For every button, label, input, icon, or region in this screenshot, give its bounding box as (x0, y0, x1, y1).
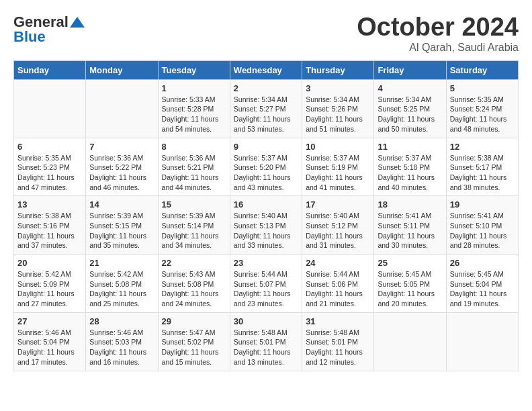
calendar-cell: 31Sunrise: 5:48 AM Sunset: 5:01 PM Dayli… (302, 312, 374, 371)
day-number: 30 (234, 316, 298, 326)
calendar-cell: 24Sunrise: 5:44 AM Sunset: 5:06 PM Dayli… (302, 255, 374, 313)
week-row-1: 1Sunrise: 5:33 AM Sunset: 5:28 PM Daylig… (14, 79, 519, 138)
day-number: 23 (234, 258, 298, 268)
day-info: Sunrise: 5:36 AM Sunset: 5:22 PM Dayligh… (89, 153, 154, 193)
day-number: 16 (234, 199, 298, 210)
calendar-cell (374, 312, 446, 371)
day-info: Sunrise: 5:38 AM Sunset: 5:17 PM Dayligh… (450, 153, 515, 193)
calendar-table: SundayMondayTuesdayWednesdayThursdayFrid… (13, 60, 519, 371)
day-number: 25 (378, 258, 442, 268)
calendar-cell: 7Sunrise: 5:36 AM Sunset: 5:22 PM Daylig… (86, 138, 158, 196)
calendar-cell: 26Sunrise: 5:45 AM Sunset: 5:04 PM Dayli… (446, 255, 518, 313)
calendar-cell: 5Sunrise: 5:35 AM Sunset: 5:24 PM Daylig… (446, 79, 518, 138)
day-info: Sunrise: 5:41 AM Sunset: 5:10 PM Dayligh… (450, 211, 515, 250)
day-number: 22 (162, 258, 226, 268)
day-info: Sunrise: 5:40 AM Sunset: 5:12 PM Dayligh… (306, 211, 370, 250)
calendar-cell: 8Sunrise: 5:36 AM Sunset: 5:21 PM Daylig… (158, 138, 230, 196)
header-day-monday: Monday (86, 60, 158, 79)
day-info: Sunrise: 5:37 AM Sunset: 5:20 PM Dayligh… (234, 153, 298, 193)
calendar-cell (86, 79, 158, 138)
header-day-thursday: Thursday (302, 60, 374, 79)
calendar-cell: 28Sunrise: 5:46 AM Sunset: 5:03 PM Dayli… (86, 312, 158, 371)
header-day-sunday: Sunday (14, 60, 86, 79)
day-number: 24 (306, 258, 370, 268)
day-number: 7 (89, 142, 154, 152)
week-row-3: 13Sunrise: 5:38 AM Sunset: 5:16 PM Dayli… (14, 196, 519, 255)
calendar-cell: 2Sunrise: 5:34 AM Sunset: 5:27 PM Daylig… (230, 79, 302, 138)
calendar-cell: 17Sunrise: 5:40 AM Sunset: 5:12 PM Dayli… (302, 196, 374, 255)
day-number: 3 (306, 83, 370, 93)
header-day-wednesday: Wednesday (230, 60, 302, 79)
header-row: SundayMondayTuesdayWednesdayThursdayFrid… (14, 60, 519, 79)
day-info: Sunrise: 5:34 AM Sunset: 5:25 PM Dayligh… (378, 95, 442, 134)
calendar-cell (446, 312, 518, 371)
day-info: Sunrise: 5:37 AM Sunset: 5:18 PM Dayligh… (378, 153, 442, 193)
calendar-cell: 13Sunrise: 5:38 AM Sunset: 5:16 PM Dayli… (14, 196, 86, 255)
day-number: 11 (378, 142, 442, 152)
calendar-cell: 29Sunrise: 5:47 AM Sunset: 5:02 PM Dayli… (158, 312, 230, 371)
day-number: 21 (89, 258, 154, 268)
week-row-4: 20Sunrise: 5:42 AM Sunset: 5:09 PM Dayli… (14, 255, 519, 313)
day-number: 28 (89, 316, 154, 326)
day-info: Sunrise: 5:44 AM Sunset: 5:07 PM Dayligh… (234, 269, 298, 309)
day-info: Sunrise: 5:48 AM Sunset: 5:01 PM Dayligh… (234, 328, 298, 367)
calendar-cell: 18Sunrise: 5:41 AM Sunset: 5:11 PM Dayli… (374, 196, 446, 255)
calendar-cell: 16Sunrise: 5:40 AM Sunset: 5:13 PM Dayli… (230, 196, 302, 255)
title-block: October 2024 Al Qarah, Saudi Arabia (357, 13, 519, 54)
calendar-cell: 30Sunrise: 5:48 AM Sunset: 5:01 PM Dayli… (230, 312, 302, 371)
page-header: General Blue October 2024 Al Qarah, Saud… (13, 13, 519, 54)
day-info: Sunrise: 5:33 AM Sunset: 5:28 PM Dayligh… (162, 95, 226, 134)
location-title: Al Qarah, Saudi Arabia (357, 42, 519, 54)
day-info: Sunrise: 5:45 AM Sunset: 5:05 PM Dayligh… (378, 269, 442, 309)
day-number: 5 (450, 83, 515, 93)
day-number: 1 (162, 83, 226, 93)
header-day-tuesday: Tuesday (158, 60, 230, 79)
day-info: Sunrise: 5:42 AM Sunset: 5:08 PM Dayligh… (89, 269, 154, 309)
day-info: Sunrise: 5:40 AM Sunset: 5:13 PM Dayligh… (234, 211, 298, 250)
calendar-cell: 15Sunrise: 5:39 AM Sunset: 5:14 PM Dayli… (158, 196, 230, 255)
calendar-cell: 22Sunrise: 5:43 AM Sunset: 5:08 PM Dayli… (158, 255, 230, 313)
day-info: Sunrise: 5:34 AM Sunset: 5:27 PM Dayligh… (234, 95, 298, 134)
day-info: Sunrise: 5:44 AM Sunset: 5:06 PM Dayligh… (306, 269, 370, 309)
day-info: Sunrise: 5:47 AM Sunset: 5:02 PM Dayligh… (162, 328, 226, 367)
day-info: Sunrise: 5:45 AM Sunset: 5:04 PM Dayligh… (450, 269, 515, 309)
logo: General Blue (13, 13, 85, 46)
day-number: 13 (17, 199, 82, 210)
day-info: Sunrise: 5:46 AM Sunset: 5:04 PM Dayligh… (17, 328, 82, 367)
week-row-2: 6Sunrise: 5:35 AM Sunset: 5:23 PM Daylig… (14, 138, 519, 196)
day-info: Sunrise: 5:39 AM Sunset: 5:14 PM Dayligh… (162, 211, 226, 250)
day-number: 4 (378, 83, 442, 93)
day-number: 19 (450, 199, 515, 210)
header-day-saturday: Saturday (446, 60, 518, 79)
day-info: Sunrise: 5:48 AM Sunset: 5:01 PM Dayligh… (306, 328, 370, 367)
calendar-cell: 10Sunrise: 5:37 AM Sunset: 5:19 PM Dayli… (302, 138, 374, 196)
calendar-cell: 19Sunrise: 5:41 AM Sunset: 5:10 PM Dayli… (446, 196, 518, 255)
header-day-friday: Friday (374, 60, 446, 79)
calendar-cell: 27Sunrise: 5:46 AM Sunset: 5:04 PM Dayli… (14, 312, 86, 371)
calendar-cell: 1Sunrise: 5:33 AM Sunset: 5:28 PM Daylig… (158, 79, 230, 138)
day-info: Sunrise: 5:42 AM Sunset: 5:09 PM Dayligh… (17, 269, 82, 309)
calendar-cell: 6Sunrise: 5:35 AM Sunset: 5:23 PM Daylig… (14, 138, 86, 196)
day-info: Sunrise: 5:34 AM Sunset: 5:26 PM Dayligh… (306, 95, 370, 134)
day-number: 6 (17, 142, 82, 152)
day-number: 31 (306, 316, 370, 326)
day-info: Sunrise: 5:35 AM Sunset: 5:23 PM Dayligh… (17, 153, 82, 193)
day-number: 2 (234, 83, 298, 93)
day-number: 27 (17, 316, 82, 326)
calendar-cell: 9Sunrise: 5:37 AM Sunset: 5:20 PM Daylig… (230, 138, 302, 196)
calendar-cell: 25Sunrise: 5:45 AM Sunset: 5:05 PM Dayli… (374, 255, 446, 313)
calendar-cell: 14Sunrise: 5:39 AM Sunset: 5:15 PM Dayli… (86, 196, 158, 255)
day-info: Sunrise: 5:35 AM Sunset: 5:24 PM Dayligh… (450, 95, 515, 134)
calendar-cell: 21Sunrise: 5:42 AM Sunset: 5:08 PM Dayli… (86, 255, 158, 313)
day-number: 29 (162, 316, 226, 326)
day-number: 15 (162, 199, 226, 210)
day-info: Sunrise: 5:36 AM Sunset: 5:21 PM Dayligh… (162, 153, 226, 193)
day-number: 9 (234, 142, 298, 152)
day-number: 18 (378, 199, 442, 210)
svg-marker-0 (70, 17, 85, 28)
calendar-cell: 4Sunrise: 5:34 AM Sunset: 5:25 PM Daylig… (374, 79, 446, 138)
calendar-cell (14, 79, 86, 138)
day-info: Sunrise: 5:43 AM Sunset: 5:08 PM Dayligh… (162, 269, 226, 309)
day-info: Sunrise: 5:37 AM Sunset: 5:19 PM Dayligh… (306, 153, 370, 193)
day-number: 10 (306, 142, 370, 152)
